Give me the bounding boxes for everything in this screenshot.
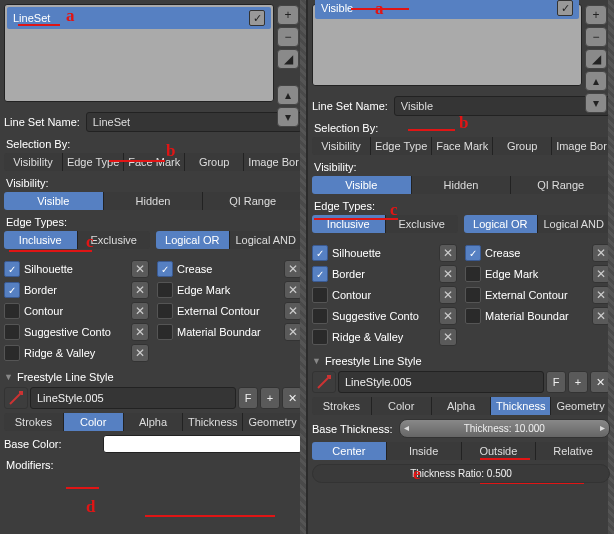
x-border[interactable]: ✕ [131,281,149,299]
linestyle-add[interactable]: + [260,387,280,409]
thickness-slider[interactable]: ◂ Thickness: 10.000 ▸ [399,419,610,438]
chk-edgemark-r[interactable] [465,266,481,282]
styletab-alpha[interactable]: Alpha [124,413,184,431]
lineset-item-r[interactable]: Visible ✓ [315,0,579,19]
sel-tab-edgetype-r[interactable]: Edge Type [371,137,432,155]
toggle-exclusive-r[interactable]: Exclusive [386,215,459,233]
chk-crease[interactable] [157,261,173,277]
menu-button[interactable]: ◢ [277,49,299,69]
sel-tab-group-r[interactable]: Group [493,137,552,155]
ratio-slider[interactable]: Thickness Ratio: 0.500 [312,464,610,483]
vis-tab-hidden[interactable]: Hidden [104,192,204,210]
styletab-thickness-r[interactable]: Thickness [491,397,551,415]
relative-tab[interactable]: Relative [536,442,610,460]
x-silhouette-r[interactable]: ✕ [439,244,457,262]
toggle-inclusive[interactable]: Inclusive [4,231,78,249]
x-contour[interactable]: ✕ [131,302,149,320]
vis-tab-visible[interactable]: Visible [4,192,104,210]
x-silhouette[interactable]: ✕ [131,260,149,278]
chk-crease-r[interactable] [465,245,481,261]
styletab-strokes-r[interactable]: Strokes [312,397,372,415]
lineset-list-r[interactable]: Visible ✓ + − ◢ ▴ ▾ [312,4,582,86]
lineset-item-check-r[interactable]: ✓ [557,0,573,16]
toggle-logical-or-r[interactable]: Logical OR [464,215,538,233]
datablock-icon-r[interactable] [312,371,336,393]
remove-button[interactable]: − [277,27,299,47]
toggle-logical-or[interactable]: Logical OR [156,231,230,249]
styletab-color[interactable]: Color [64,413,124,431]
linestyle-unlink-r[interactable]: ✕ [590,371,610,393]
chk-silhouette-r[interactable] [312,245,328,261]
chk-edgemark[interactable] [157,282,173,298]
move-up-button-r[interactable]: ▴ [585,71,607,91]
chk-extcontour[interactable] [157,303,173,319]
slider-right-icon[interactable]: ▸ [600,422,605,433]
x-ridge-r[interactable]: ✕ [439,328,457,346]
linestyle-name-input[interactable] [30,387,236,409]
x-border-r[interactable]: ✕ [439,265,457,283]
styletab-geometry[interactable]: Geometry [243,413,302,431]
slider-left-icon[interactable]: ◂ [404,422,409,433]
toggle-inclusive-r[interactable]: Inclusive [312,215,386,233]
inside-tab[interactable]: Inside [387,442,462,460]
x-suggestive-r[interactable]: ✕ [439,307,457,325]
chk-silhouette[interactable] [4,261,20,277]
sel-tab-group[interactable]: Group [185,153,244,171]
chk-contour[interactable] [4,303,20,319]
move-up-button[interactable]: ▴ [277,85,299,105]
move-down-button-r[interactable]: ▾ [585,93,607,113]
freestyle-linestyle-header-r[interactable]: Freestyle Line Style [312,355,610,367]
x-suggestive[interactable]: ✕ [131,323,149,341]
chk-material[interactable] [157,324,173,340]
chk-suggestive-r[interactable] [312,308,328,324]
sel-tab-imagebor-r[interactable]: Image Bor [552,137,610,155]
x-ridge[interactable]: ✕ [131,344,149,362]
outside-tab[interactable]: Outside [462,442,537,460]
vis-tab-hidden-r[interactable]: Hidden [412,176,512,194]
basecolor-picker[interactable] [103,435,302,453]
styletab-alpha-r[interactable]: Alpha [432,397,492,415]
sel-tab-edgetype[interactable]: Edge Type [63,153,124,171]
chk-border[interactable] [4,282,20,298]
sel-tab-visibility[interactable]: Visibility [4,153,63,171]
datablock-icon[interactable] [4,387,28,409]
vis-tab-visible-r[interactable]: Visible [312,176,412,194]
styletab-strokes[interactable]: Strokes [4,413,64,431]
move-down-button[interactable]: ▾ [277,107,299,127]
chk-border-r[interactable] [312,266,328,282]
sel-tab-facemark[interactable]: Face Mark [124,153,185,171]
toggle-exclusive[interactable]: Exclusive [78,231,151,249]
sel-tab-imagebor[interactable]: Image Bor [244,153,302,171]
chk-ridge[interactable] [4,345,20,361]
add-button[interactable]: + [277,5,299,25]
lineset-name-input[interactable] [86,112,302,132]
remove-button-r[interactable]: − [585,27,607,47]
styletab-color-r[interactable]: Color [372,397,432,415]
freestyle-linestyle-header[interactable]: Freestyle Line Style [4,371,302,383]
menu-button-r[interactable]: ◢ [585,49,607,69]
linestyle-add-r[interactable]: + [568,371,588,393]
chk-material-r[interactable] [465,308,481,324]
linestyle-fake-user[interactable]: F [238,387,258,409]
center-tab[interactable]: Center [312,442,387,460]
vis-tab-qirange[interactable]: QI Range [203,192,302,210]
toggle-logical-and-r[interactable]: Logical AND [538,215,611,233]
x-contour-r[interactable]: ✕ [439,286,457,304]
linestyle-unlink[interactable]: ✕ [282,387,302,409]
chk-contour-r[interactable] [312,287,328,303]
chk-suggestive[interactable] [4,324,20,340]
add-button-r[interactable]: + [585,5,607,25]
chk-extcontour-r[interactable] [465,287,481,303]
linestyle-fake-user-r[interactable]: F [546,371,566,393]
chk-ridge-r[interactable] [312,329,328,345]
lineset-list[interactable]: LineSet ✓ + − ◢ ▴ ▾ [4,4,274,102]
sel-tab-facemark-r[interactable]: Face Mark [432,137,493,155]
lineset-name-input-r[interactable] [394,96,610,116]
styletab-geometry-r[interactable]: Geometry [551,397,610,415]
styletab-thickness[interactable]: Thickness [183,413,243,431]
linestyle-name-input-r[interactable] [338,371,544,393]
sel-tab-visibility-r[interactable]: Visibility [312,137,371,155]
vis-tab-qirange-r[interactable]: QI Range [511,176,610,194]
lineset-item-check[interactable]: ✓ [249,10,265,26]
lineset-item[interactable]: LineSet ✓ [7,7,271,29]
